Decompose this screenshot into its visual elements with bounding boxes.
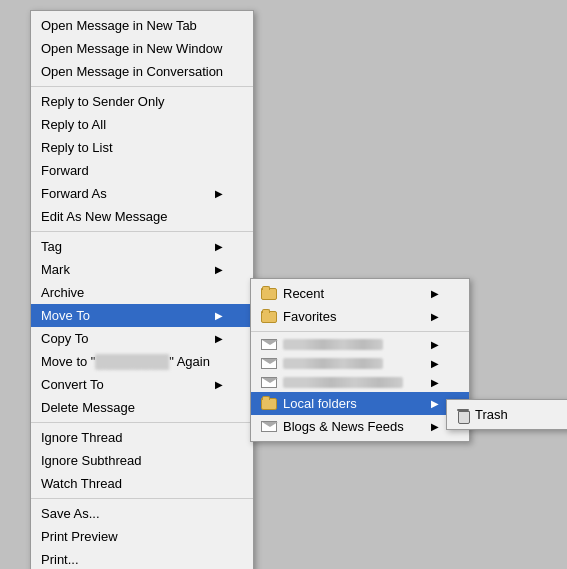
email-icon	[261, 421, 277, 432]
copy-to-item[interactable]: Copy To ▶	[31, 327, 253, 350]
submenu-arrow: ▶	[431, 358, 439, 369]
tag-item[interactable]: Tag ▶	[31, 235, 253, 258]
blurred-account2	[283, 358, 383, 369]
submenu-arrow: ▶	[215, 264, 223, 275]
trash-item[interactable]: Trash	[447, 403, 567, 426]
submenu-arrow: ▶	[215, 333, 223, 344]
move-to-item[interactable]: Move To ▶	[31, 304, 253, 327]
favorites-item[interactable]: Favorites ▶	[251, 305, 469, 328]
open-conversation-item[interactable]: Open Message in Conversation	[31, 60, 253, 83]
folder-icon	[261, 398, 277, 410]
blurred-account1	[283, 339, 383, 350]
separator-3	[31, 422, 253, 423]
edit-new-item[interactable]: Edit As New Message	[31, 205, 253, 228]
submenu-arrow: ▶	[215, 310, 223, 321]
mark-item[interactable]: Mark ▶	[31, 258, 253, 281]
submenu-arrow: ▶	[431, 398, 439, 409]
forward-item[interactable]: Forward	[31, 159, 253, 182]
print-item[interactable]: Print...	[31, 548, 253, 569]
submenu-arrow: ▶	[215, 241, 223, 252]
print-preview-item[interactable]: Print Preview	[31, 525, 253, 548]
blurred-account3	[283, 377, 403, 388]
reply-sender-item[interactable]: Reply to Sender Only	[31, 90, 253, 113]
main-context-menu: Open Message in New Tab Open Message in …	[30, 10, 254, 569]
watch-thread-item[interactable]: Watch Thread	[31, 472, 253, 495]
save-as-item[interactable]: Save As...	[31, 502, 253, 525]
delete-item[interactable]: Delete Message	[31, 396, 253, 419]
move-to-submenu: Recent ▶ Favorites ▶ ▶ ▶ ▶ Lo	[250, 278, 470, 442]
submenu-arrow: ▶	[215, 379, 223, 390]
submenu-arrow: ▶	[431, 377, 439, 388]
trash-icon	[457, 408, 469, 422]
submenu-arrow: ▶	[431, 288, 439, 299]
local-folders-item[interactable]: Local folders ▶	[251, 392, 469, 415]
account3-item[interactable]: ▶	[251, 373, 469, 392]
submenu-arrow: ▶	[215, 188, 223, 199]
folder-icon	[261, 311, 277, 323]
folder-icon	[261, 288, 277, 300]
email-icon	[261, 358, 277, 369]
ignore-thread-item[interactable]: Ignore Thread	[31, 426, 253, 449]
open-new-window-item[interactable]: Open Message in New Window	[31, 37, 253, 60]
email-icon	[261, 339, 277, 350]
reply-all-item[interactable]: Reply to All	[31, 113, 253, 136]
archive-item[interactable]: Archive	[31, 281, 253, 304]
submenu-arrow: ▶	[431, 339, 439, 350]
separator-1	[31, 86, 253, 87]
submenu-arrow: ▶	[431, 421, 439, 432]
forward-as-item[interactable]: Forward As ▶	[31, 182, 253, 205]
separator-moveto-1	[251, 331, 469, 332]
reply-list-item[interactable]: Reply to List	[31, 136, 253, 159]
submenu-arrow: ▶	[431, 311, 439, 322]
blogs-item[interactable]: Blogs & News Feeds ▶	[251, 415, 469, 438]
recent-item[interactable]: Recent ▶	[251, 282, 469, 305]
convert-to-item[interactable]: Convert To ▶	[31, 373, 253, 396]
ignore-subthread-item[interactable]: Ignore Subthread	[31, 449, 253, 472]
separator-4	[31, 498, 253, 499]
account1-item[interactable]: ▶	[251, 335, 469, 354]
move-again-item[interactable]: Move to "████████" Again	[31, 350, 253, 373]
email-icon	[261, 377, 277, 388]
local-folders-submenu: Trash	[446, 399, 567, 430]
open-new-tab-item[interactable]: Open Message in New Tab	[31, 14, 253, 37]
separator-2	[31, 231, 253, 232]
account2-item[interactable]: ▶	[251, 354, 469, 373]
